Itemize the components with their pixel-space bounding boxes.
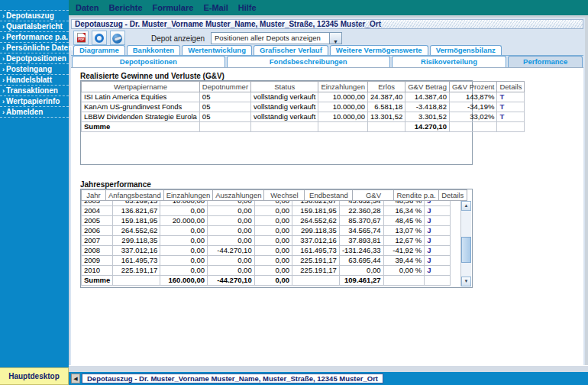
cell: -44.270,10 (208, 246, 255, 256)
column-header-g-v-prozent[interactable]: G&V Prozent (449, 82, 496, 92)
cell: 0,00 (160, 246, 208, 256)
tab-diagramme[interactable]: Diagramme (73, 45, 125, 55)
sidebar: ›Depotauszug›Quartalsbericht›Performance… (0, 0, 69, 372)
sidebar-item-handelsblatt[interactable]: ›Handelsblatt (0, 75, 69, 86)
tab-risikoverteilung[interactable]: Risikoverteilung (392, 56, 507, 67)
report-button[interactable] (92, 31, 107, 45)
details-link[interactable]: J (427, 216, 431, 225)
tab-wertentwicklung[interactable]: Wertentwicklung (182, 45, 252, 55)
realized-gains-title: Realisierte Gewinne und Verluste (G&V) (80, 72, 225, 80)
details-link[interactable]: T (499, 102, 504, 111)
scroll-up-icon[interactable]: ▲ (461, 201, 471, 211)
column-header-erlös[interactable]: Erlös (367, 82, 405, 92)
tab-grafischer-verlauf[interactable]: Grafischer Verlauf (254, 45, 328, 55)
tab-vermögensbilanz[interactable]: Vermögensbilanz (430, 45, 502, 55)
cell: T (497, 112, 525, 122)
chevron-right-icon: › (2, 23, 5, 31)
sidebar-item-quartalsbericht[interactable]: ›Quartalsbericht (0, 21, 69, 32)
depot-select-value[interactable]: Positionen aller Depots anzeigen (211, 32, 330, 44)
column-header-wertpapiername[interactable]: Wertpapiername (82, 82, 200, 92)
details-link[interactable]: T (499, 112, 504, 121)
menu-formulare[interactable]: Formulare (151, 2, 201, 14)
vertical-scrollbar[interactable]: ▲ ▼ (460, 201, 471, 286)
column-header-depotnummer[interactable]: Depotnummer (199, 82, 250, 92)
tab-bankkonten[interactable]: Bankkonten (127, 45, 180, 55)
details-link[interactable]: J (427, 236, 431, 244)
taskbar-item-depotauszug[interactable]: Depotauszug - Dr. Muster_Vorname Muster_… (82, 374, 383, 383)
chevron-right-icon: › (2, 76, 5, 84)
cell: 160.000,00 (160, 276, 208, 286)
details-link[interactable]: T (499, 92, 504, 101)
column-header-details[interactable]: Details (438, 190, 467, 201)
tools-button[interactable] (110, 31, 125, 45)
cell: 0,00 (254, 266, 292, 276)
cell: 14.270,10 (405, 122, 450, 132)
details-link[interactable]: J (427, 266, 431, 274)
column-header-rendite-p-a-[interactable]: Rendite p.a. (394, 190, 438, 201)
cell (383, 276, 425, 286)
sidebar-item-transaktionen[interactable]: ›Transaktionen (0, 86, 69, 96)
details-link[interactable]: J (427, 256, 431, 264)
chevron-right-icon: › (2, 12, 5, 20)
cell: 2005 (82, 216, 113, 226)
column-header-endbestand[interactable]: Endbestand (305, 190, 353, 201)
details-link[interactable]: J (427, 206, 431, 215)
cell: 10.000,00 (318, 92, 368, 102)
taskbar-scroll-left-icon[interactable]: ◀ (71, 374, 80, 383)
menu-e-mail[interactable]: E-Mail (202, 2, 234, 14)
cell: 2006 (82, 226, 113, 236)
cell (318, 122, 368, 132)
cell: 0,00 (254, 206, 292, 216)
scroll-down-icon[interactable]: ▼ (461, 277, 471, 286)
column-header-anfangsbestand[interactable]: Anfangsbestand (106, 190, 164, 201)
details-link[interactable]: J (427, 226, 431, 235)
pdf-export-button[interactable]: PDF (73, 31, 89, 45)
column-header-wechsel[interactable]: Wechsel (264, 190, 305, 201)
cell: 14.387,40 (405, 92, 450, 102)
yearly-performance-scroll-viewport: 200383.169,1310.000,000,000,00136.821,67… (81, 201, 451, 286)
tab-depotpositionen[interactable]: Depotpositionen (72, 56, 225, 67)
sidebar-item-performance-p-a-[interactable]: ›Performance p.a. (0, 32, 69, 43)
details-link[interactable]: J (427, 201, 431, 205)
yearly-performance-table: 200383.169,1310.000,000,000,00136.821,67… (81, 201, 451, 286)
hauptdesktop-button[interactable]: Hauptdesktop (0, 367, 69, 385)
depot-select-arrow-button[interactable]: ▼ (330, 32, 342, 44)
column-header-g-v[interactable]: G&V (353, 190, 394, 201)
cell: vollständig verkauft (251, 92, 318, 102)
menu-berichte[interactable]: Berichte (108, 2, 150, 14)
summe-row: Summe14.270,10 (82, 122, 525, 132)
column-header-einzahlungen[interactable]: Einzahlungen (163, 190, 213, 201)
sidebar-item-abmelden[interactable]: ›Abmelden (0, 107, 69, 118)
cell: vollständig verkauft (251, 102, 318, 112)
sidebar-item-depotpositionen[interactable]: ›Depotpositionen (0, 53, 69, 64)
cell: 143,87% (449, 92, 496, 102)
cell: J (425, 266, 451, 276)
column-header-g-v-betrag[interactable]: G&V Betrag (405, 82, 450, 92)
tab-performance[interactable]: Performance (508, 56, 583, 67)
sidebar-item-persönliche-daten[interactable]: ›Persönliche Daten (0, 43, 69, 53)
cell: 63.695,44 (339, 256, 383, 266)
tab-fondsbeschreibungen[interactable]: Fondsbeschreibungen (227, 56, 390, 67)
menu-daten[interactable]: Daten (74, 2, 106, 14)
tab-row-secondary: DepotpositionenFondsbeschreibungenRisiko… (71, 56, 583, 67)
column-header-details[interactable]: Details (497, 82, 525, 92)
column-header-status[interactable]: Status (251, 82, 318, 92)
sidebar-item-wertpapierinfo[interactable]: ›Wertpapierinfo (0, 96, 69, 107)
cell: 299.118,35 (113, 236, 160, 246)
column-header-einzahlungen[interactable]: Einzahlungen (318, 82, 368, 92)
cell: KanAm US-grundinvest Fonds (82, 102, 200, 112)
menu-hilfe[interactable]: Hilfe (237, 2, 263, 14)
scrollbar-thumb[interactable] (461, 237, 471, 263)
sidebar-item-posteingang[interactable]: ›Posteingang (0, 64, 69, 75)
tab-weitere-vermögenswerte[interactable]: Weitere Vermögenswerte (330, 45, 428, 55)
tab-row-primary: DiagrammeBankkontenWertentwicklungGrafis… (71, 45, 583, 56)
cell: 20.000,00 (160, 216, 208, 226)
details-link[interactable]: J (427, 246, 431, 254)
depot-select[interactable]: Positionen aller Depots anzeigen ▼ (211, 32, 342, 44)
sidebar-item-depotauszug[interactable]: ›Depotauszug (0, 11, 69, 21)
realized-gains-table-container: WertpapiernameDepotnummerStatusEinzahlun… (80, 80, 473, 165)
column-header-auszahlungen[interactable]: Auszahlungen (213, 190, 264, 201)
column-header-jahr[interactable]: Jahr (82, 190, 106, 201)
depot-select-label: Depot anzeigen (151, 34, 205, 43)
cell: 13.301,52 (367, 112, 405, 122)
